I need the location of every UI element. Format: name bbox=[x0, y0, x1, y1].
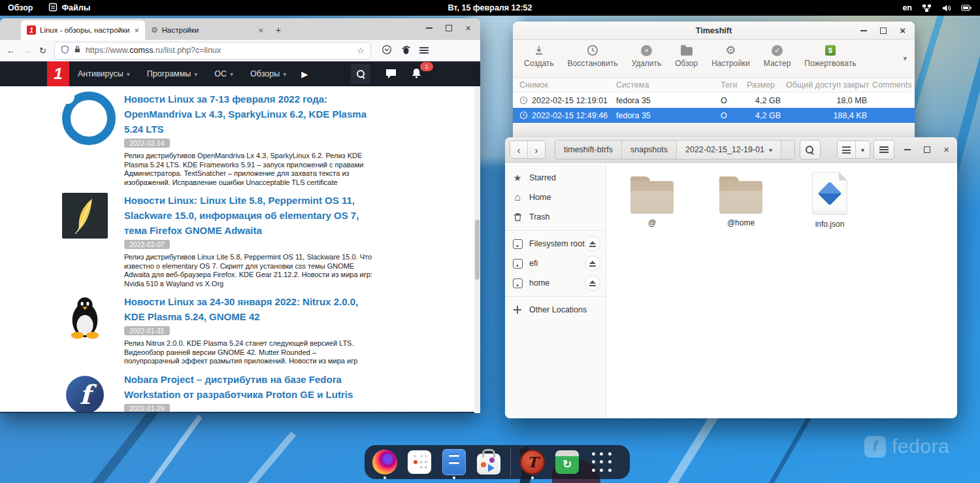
restore-button[interactable]: Восстановить bbox=[562, 43, 624, 69]
wizard-button[interactable]: Мастер bbox=[758, 43, 797, 69]
breadcrumb-timeshift-btrfs[interactable]: timeshift-btrfs bbox=[555, 141, 621, 159]
nav-item-programs[interactable]: Программы bbox=[139, 69, 206, 78]
dock-timeshift-icon[interactable]: T bbox=[519, 449, 546, 475]
minimize-button[interactable] bbox=[904, 149, 911, 150]
maximize-button[interactable] bbox=[924, 146, 930, 153]
show-applications-button[interactable] bbox=[589, 449, 615, 475]
breadcrumb-current-folder[interactable]: 2022-02-15_12-19-01 bbox=[676, 141, 781, 159]
article-title-link[interactable]: Новости Linux за 7-13 февраля 2022 года:… bbox=[124, 92, 376, 137]
site-search-button[interactable] bbox=[351, 64, 370, 84]
app-menu-button[interactable]: Файлы bbox=[41, 0, 98, 16]
snapshot-table-header[interactable]: Снимок Система Теги Размер Общий доступ … bbox=[513, 78, 915, 93]
tab-settings[interactable]: Настройки bbox=[145, 20, 269, 40]
url-bar[interactable]: https://www.comss.ru/list.php?c=linux bbox=[54, 42, 371, 59]
article-thumbnail-linux-lite[interactable] bbox=[62, 193, 108, 239]
minimize-button[interactable] bbox=[860, 30, 867, 31]
menu-hamburger-icon[interactable] bbox=[419, 47, 429, 54]
minimize-button[interactable] bbox=[426, 27, 433, 29]
article-thumbnail-tux[interactable] bbox=[62, 294, 108, 340]
delete-button[interactable]: × Удалить bbox=[625, 43, 667, 69]
article-thumbnail-openmandriva[interactable] bbox=[62, 92, 108, 137]
nav-item-reviews[interactable]: Обзоры bbox=[242, 69, 295, 78]
dock-files-icon[interactable] bbox=[441, 449, 467, 475]
reload-button[interactable] bbox=[39, 46, 46, 56]
donate-button[interactable]: Пожертвовать bbox=[798, 43, 862, 69]
dock-firefox-icon[interactable] bbox=[372, 449, 398, 475]
scrollbar-track[interactable] bbox=[474, 86, 480, 412]
new-tab-button[interactable] bbox=[269, 20, 287, 40]
column-header-system[interactable]: Система bbox=[616, 80, 721, 90]
column-header-size[interactable]: Размер bbox=[747, 80, 786, 90]
clock-button[interactable]: Вт, 15 февраля 12:52 bbox=[448, 0, 532, 16]
comss-logo[interactable]: 1 bbox=[47, 61, 69, 86]
lock-icon[interactable] bbox=[74, 45, 81, 56]
browse-button[interactable]: Обзор bbox=[669, 43, 704, 69]
back-button[interactable] bbox=[510, 141, 527, 158]
breadcrumb-snapshots[interactable]: snapshots bbox=[621, 141, 676, 159]
sidebar-item-filesystem-root[interactable]: Filesystem root bbox=[505, 234, 606, 254]
page-footer-strip bbox=[0, 412, 474, 413]
files-content-area[interactable]: @ @home info.json bbox=[606, 163, 957, 418]
forward-button[interactable] bbox=[23, 46, 31, 56]
snapshot-row[interactable]: 2022-02-15 12:19:01 fedora 35 O 4,2 GB 1… bbox=[513, 93, 915, 108]
column-header-snapshot[interactable]: Снимок bbox=[519, 80, 616, 90]
tab-comss[interactable]: 1 Linux - обзоры, настройки bbox=[21, 20, 145, 40]
system-status-area[interactable]: en bbox=[902, 0, 980, 16]
desktop: f fedora Обзор Файлы Вт, 15 февраля 12:5… bbox=[0, 0, 980, 483]
nav-item-os[interactable]: ОС bbox=[206, 69, 242, 78]
snapshot-row-selected[interactable]: 2022-02-15 12:49:46 fedora 35 O 4,2 GB 1… bbox=[513, 108, 915, 123]
forward-button[interactable] bbox=[527, 141, 545, 158]
activities-button[interactable]: Обзор bbox=[0, 0, 41, 16]
gnome-extension-foot-icon[interactable] bbox=[401, 44, 410, 57]
files-headerbar[interactable]: timeshift-btrfs snapshots 2022-02-15_12-… bbox=[505, 137, 957, 163]
view-options-chevron-icon[interactable] bbox=[855, 141, 870, 158]
timeshift-titlebar[interactable]: Timeshift bbox=[513, 22, 915, 40]
nav-more-arrow-icon[interactable] bbox=[301, 69, 308, 79]
window-menu-button[interactable] bbox=[874, 140, 894, 159]
sidebar-item-other-locations[interactable]: Other Locations bbox=[505, 300, 606, 320]
list-view-button[interactable] bbox=[838, 141, 855, 158]
tab-close-icon[interactable] bbox=[258, 25, 263, 35]
article-title-link[interactable]: Новости Linux: Linux Lite 5.8, Peppermin… bbox=[124, 193, 376, 238]
file-item-info-json[interactable]: info.json bbox=[804, 172, 856, 229]
column-header-comments[interactable]: Comments (d bbox=[872, 80, 915, 90]
nav-item-antivirus[interactable]: Антивирусы bbox=[69, 69, 139, 78]
dock-software-icon[interactable] bbox=[476, 449, 502, 475]
settings-button[interactable]: Настройки bbox=[706, 43, 756, 69]
folder-item-at-home[interactable]: @home bbox=[715, 172, 767, 227]
close-button[interactable] bbox=[465, 22, 471, 34]
tab-close-icon[interactable] bbox=[134, 25, 139, 35]
maximize-button[interactable] bbox=[880, 27, 887, 34]
search-button[interactable] bbox=[800, 140, 821, 159]
dock-cleaner-icon[interactable] bbox=[554, 449, 580, 475]
sidebar-item-home-partition[interactable]: home bbox=[505, 273, 606, 293]
sidebar-item-trash[interactable]: Trash bbox=[505, 207, 606, 227]
close-button[interactable] bbox=[900, 25, 906, 36]
column-header-tags[interactable]: Теги bbox=[721, 80, 747, 90]
wizard-check-icon bbox=[772, 44, 783, 57]
comments-chat-icon[interactable] bbox=[385, 68, 397, 82]
create-snapshot-button[interactable]: Создать bbox=[518, 43, 560, 69]
sidebar-item-starred[interactable]: Starred bbox=[505, 168, 606, 188]
bookmark-star-icon[interactable] bbox=[357, 46, 365, 56]
tracking-protection-shield-icon[interactable] bbox=[61, 45, 69, 56]
sidebar-item-home[interactable]: Home bbox=[505, 188, 606, 207]
back-button[interactable] bbox=[7, 46, 15, 56]
dock-calendar-icon[interactable] bbox=[406, 449, 433, 475]
eject-button[interactable] bbox=[585, 256, 600, 271]
maximize-button[interactable] bbox=[446, 25, 452, 31]
eject-button[interactable] bbox=[585, 275, 600, 291]
article-thumbnail-fedora[interactable]: f bbox=[62, 372, 108, 414]
scrollbar-thumb[interactable] bbox=[475, 220, 480, 280]
article-title-link[interactable]: Nobara Project – дистрибутив на базе Fed… bbox=[124, 372, 376, 402]
sidebar-item-efi[interactable]: efi bbox=[505, 254, 606, 273]
column-header-unshared[interactable]: Общий доступ закрыт bbox=[786, 80, 872, 90]
close-button[interactable] bbox=[943, 144, 949, 156]
folder-item-at[interactable]: @ bbox=[626, 172, 678, 227]
gnome-top-bar: Обзор Файлы Вт, 15 февраля 12:52 en bbox=[0, 0, 980, 16]
notifications-bell-icon[interactable] bbox=[411, 67, 422, 82]
article-title-link[interactable]: Новости Linux за 24-30 января 2022: Nitr… bbox=[124, 294, 376, 324]
toolbar-overflow-chevron-icon[interactable] bbox=[903, 54, 907, 63]
pocket-icon[interactable] bbox=[382, 44, 392, 57]
eject-button[interactable] bbox=[585, 236, 600, 252]
